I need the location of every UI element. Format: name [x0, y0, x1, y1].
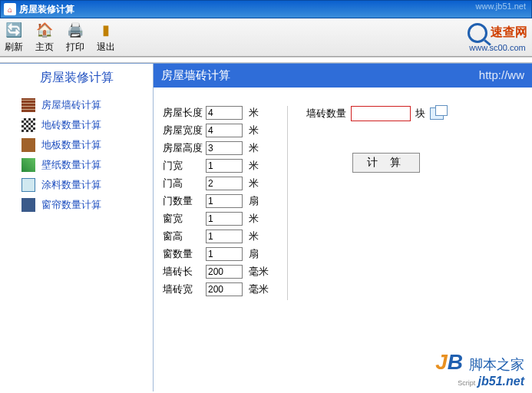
exit-icon: ▮: [97, 21, 115, 39]
curtain-icon: [21, 198, 35, 212]
sidebar-item-wall-tile[interactable]: 房屋墙砖计算: [0, 95, 153, 115]
footer-logo: JB脚本之家 Script jb51.net: [435, 350, 524, 388]
content-title: 房屋墙砖计算: [161, 68, 230, 83]
floor-icon: [21, 138, 35, 152]
content-panel: 房屋墙砖计算 http://ww 房屋长度米 房屋宽度米 房屋高度米 门宽米 门…: [154, 64, 532, 391]
refresh-button[interactable]: 🔄 刷新: [5, 21, 23, 54]
wallpaper-icon: [21, 158, 35, 172]
sidebar-item-label: 窗帘数量计算: [41, 198, 101, 212]
window-titlebar: ⌂ 房屋装修计算: [0, 0, 532, 18]
sidebar-item-label: 壁纸数量计算: [41, 158, 101, 172]
row-room-width: 房屋宽度米: [163, 124, 269, 137]
refresh-label: 刷新: [5, 41, 23, 54]
exit-label: 退出: [97, 41, 115, 54]
window-height-input[interactable]: [206, 230, 243, 243]
row-tile-width: 墙砖宽毫米: [163, 282, 269, 296]
result-unit: 块: [415, 107, 425, 121]
room-length-input[interactable]: [206, 106, 243, 120]
sidebar-item-label: 房屋墙砖计算: [41, 98, 101, 112]
window-title: 房屋装修计算: [19, 3, 74, 16]
row-door-count: 门数量扇: [163, 194, 269, 208]
row-door-width: 门宽米: [163, 159, 269, 173]
content-header: 房屋墙砖计算 http://ww: [154, 64, 532, 88]
calculate-button[interactable]: 计 算: [352, 153, 420, 173]
row-window-height: 窗高米: [163, 230, 269, 243]
sidebar-item-curtain[interactable]: 窗帘数量计算: [0, 195, 153, 215]
search-logo: 速查网 www.sc00.com: [468, 23, 527, 52]
address-bar: [0, 57, 532, 63]
magnifier-icon: [468, 23, 487, 43]
app-icon: ⌂: [4, 3, 16, 15]
toolbar: 🔄 刷新 🏠 主页 🖨️ 打印 ▮ 退出 速查网 www.sc00.com: [0, 18, 532, 57]
tile-icon: [21, 118, 35, 132]
main-area: 房屋装修计算 房屋墙砖计算 地砖数量计算 地板数量计算 壁纸数量计算 涂料数量计…: [0, 63, 532, 391]
form-area: 房屋长度米 房屋宽度米 房屋高度米 门宽米 门高米 门数量扇 窗宽米 窗高米 窗…: [154, 88, 532, 309]
paint-icon: [21, 178, 35, 192]
print-label: 打印: [66, 41, 84, 54]
search-logo-url: www.sc00.com: [469, 43, 525, 52]
window-count-input[interactable]: [206, 247, 243, 261]
result-output: [351, 106, 411, 121]
copy-icon[interactable]: [430, 107, 444, 120]
sidebar-item-label: 地砖数量计算: [41, 118, 101, 132]
home-label: 主页: [35, 41, 54, 54]
exit-button[interactable]: ▮ 退出: [97, 21, 115, 54]
room-width-input[interactable]: [206, 124, 243, 137]
sidebar-title: 房屋装修计算: [0, 70, 153, 86]
result-label: 墙砖数量: [306, 107, 346, 121]
row-room-length: 房屋长度米: [163, 106, 269, 120]
home-icon: 🏠: [35, 21, 54, 39]
sidebar-item-floor-board[interactable]: 地板数量计算: [0, 135, 153, 155]
row-result: 墙砖数量 块: [306, 106, 444, 121]
print-button[interactable]: 🖨️ 打印: [66, 21, 84, 54]
home-button[interactable]: 🏠 主页: [35, 21, 54, 54]
tile-width-input[interactable]: [206, 282, 243, 296]
content-url: http://ww: [479, 68, 524, 83]
result-form: 墙砖数量 块 计 算: [288, 106, 444, 300]
sidebar-item-label: 地板数量计算: [41, 138, 101, 152]
row-window-count: 窗数量扇: [163, 247, 269, 261]
sidebar-item-wallpaper[interactable]: 壁纸数量计算: [0, 155, 153, 175]
row-door-height: 门高米: [163, 177, 269, 190]
sidebar-item-label: 涂料数量计算: [41, 178, 101, 192]
input-form: 房屋长度米 房屋宽度米 房屋高度米 门宽米 门高米 门数量扇 窗宽米 窗高米 窗…: [163, 106, 288, 300]
refresh-icon: 🔄: [5, 21, 23, 39]
search-logo-text: 速查网: [491, 25, 527, 41]
sidebar: 房屋装修计算 房屋墙砖计算 地砖数量计算 地板数量计算 壁纸数量计算 涂料数量计…: [0, 64, 154, 391]
print-icon: 🖨️: [66, 21, 84, 39]
sidebar-item-floor-tile[interactable]: 地砖数量计算: [0, 115, 153, 135]
door-count-input[interactable]: [206, 194, 243, 208]
watermark-top: www.jb51.net: [476, 2, 526, 11]
door-width-input[interactable]: [206, 159, 243, 173]
window-width-input[interactable]: [206, 212, 243, 226]
tile-length-input[interactable]: [206, 265, 243, 279]
sidebar-item-paint[interactable]: 涂料数量计算: [0, 175, 153, 195]
row-window-width: 窗宽米: [163, 212, 269, 226]
room-height-input[interactable]: [206, 141, 243, 155]
brick-icon: [21, 98, 35, 112]
row-tile-length: 墙砖长毫米: [163, 265, 269, 279]
row-room-height: 房屋高度米: [163, 141, 269, 155]
door-height-input[interactable]: [206, 177, 243, 190]
